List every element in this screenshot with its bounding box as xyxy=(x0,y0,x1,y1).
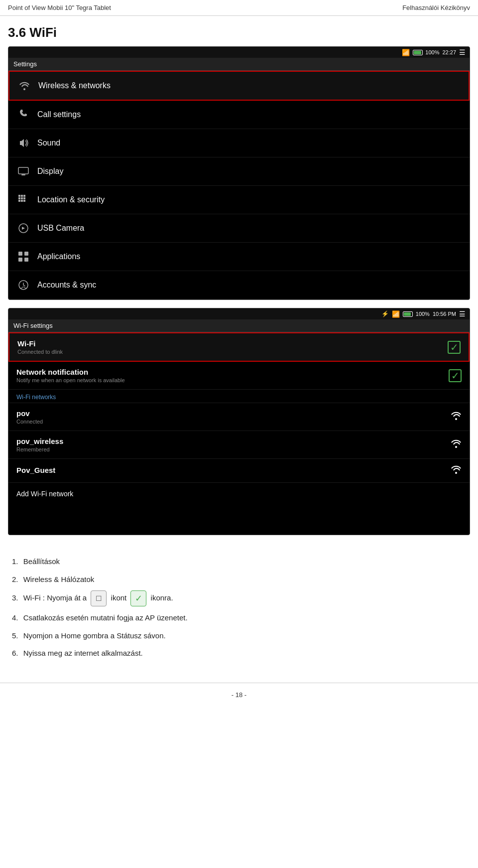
settings-item-accounts[interactable]: Accounts & sync xyxy=(8,271,470,299)
svg-rect-9 xyxy=(18,200,20,202)
settings-status-bar: 📶 100% 22:27 ☰ xyxy=(8,47,470,58)
wifi-item-notification[interactable]: Network notification Notify me when an o… xyxy=(8,362,470,390)
step3-before-icon: ☐ xyxy=(91,590,107,606)
notification-title: Network notification xyxy=(16,368,125,376)
settings-item-usb[interactable]: USB Camera xyxy=(8,214,470,243)
svg-rect-16 xyxy=(24,258,28,262)
wifi-network-pov-wireless[interactable]: pov_wireless Remembered xyxy=(8,431,470,459)
usb-icon xyxy=(16,221,30,235)
wifi-status-bar: ⚡ 📶 100% 10:56 PM ☰ xyxy=(8,308,470,319)
settings-signal-icon: 📶 xyxy=(402,49,410,56)
notification-checkmark: ✓ xyxy=(449,369,462,382)
settings-item-wireless[interactable]: Wireless & networks xyxy=(8,71,470,101)
svg-rect-11 xyxy=(23,200,25,202)
wifi-menu-icon: ☰ xyxy=(459,310,466,318)
location-icon xyxy=(16,193,30,207)
call-icon xyxy=(16,108,30,122)
settings-item-display[interactable]: Display xyxy=(8,157,470,186)
add-wifi-button[interactable]: Add Wi-Fi network xyxy=(8,483,470,505)
wifi-title-bar: Wi-Fi settings xyxy=(8,319,470,332)
section-title: 3.6 WiFi xyxy=(0,16,478,46)
wifi-battery-pct: 100% xyxy=(416,311,430,317)
wifi-bt-icon: ⚡ xyxy=(381,310,389,317)
svg-rect-14 xyxy=(24,252,28,256)
settings-time: 22:27 xyxy=(442,49,456,55)
svg-rect-4 xyxy=(21,195,23,197)
header-right: Felhasználói Kézikönyv xyxy=(402,4,470,11)
settings-menu-icon: ☰ xyxy=(459,48,466,56)
svg-rect-6 xyxy=(18,197,20,199)
step-1: 1. Beállítások xyxy=(12,555,466,568)
svg-rect-8 xyxy=(23,197,25,199)
settings-item-call[interactable]: Call settings xyxy=(8,101,470,129)
svg-rect-7 xyxy=(21,197,23,199)
wifi-time: 10:56 PM xyxy=(433,311,456,317)
pov-guest-signal-icon xyxy=(451,465,462,476)
step3-check-icon: ✓ xyxy=(130,590,146,606)
settings-screen: 📶 100% 22:27 ☰ Settings Wireless & netwo… xyxy=(8,46,470,300)
wifi-item-wifi[interactable]: Wi-Fi Connected to dlink ✓ xyxy=(8,332,470,362)
wifi-network-pov[interactable]: pov Connected xyxy=(8,403,470,431)
accounts-icon xyxy=(16,278,30,292)
page-header: Point of View Mobii 10" Tegra Tablet Fel… xyxy=(0,0,478,16)
pov-wireless-sub: Remembered xyxy=(16,446,63,452)
step-5: 5. Nyomjon a Home gombra a Státusz sávon… xyxy=(12,629,466,642)
wifi-signal-icon: 📶 xyxy=(392,310,400,318)
settings-item-sound[interactable]: Sound xyxy=(8,129,470,157)
wireless-label: Wireless & networks xyxy=(38,81,111,90)
pov-guest-name: Pov_Guest xyxy=(16,466,55,474)
wifi-network-pov-guest[interactable]: Pov_Guest xyxy=(8,459,470,483)
wifi-main-sub: Connected to dlink xyxy=(17,349,63,355)
call-label: Call settings xyxy=(37,110,81,119)
svg-rect-1 xyxy=(18,167,28,174)
settings-item-apps[interactable]: Applications xyxy=(8,243,470,271)
settings-item-location[interactable]: Location & security xyxy=(8,186,470,214)
wifi-screen: ⚡ 📶 100% 10:56 PM ☰ Wi-Fi settings Wi-Fi… xyxy=(8,308,470,535)
display-icon xyxy=(16,164,30,178)
step-3: 3. Wi-Fi : Nyomja át a ☐ ikont ✓ ikonra. xyxy=(12,590,466,606)
step-2: 2. Wireless & Hálózatok xyxy=(12,573,466,586)
pov-wireless-name: pov_wireless xyxy=(16,437,63,445)
svg-rect-10 xyxy=(21,200,23,202)
accounts-label: Accounts & sync xyxy=(37,281,96,289)
header-left: Point of View Mobii 10" Tegra Tablet xyxy=(8,4,111,11)
display-label: Display xyxy=(37,167,63,176)
svg-rect-2 xyxy=(21,174,25,175)
svg-rect-15 xyxy=(18,258,22,262)
pov-name: pov xyxy=(16,409,43,418)
pov-sub: Connected xyxy=(16,419,43,425)
apps-label: Applications xyxy=(37,252,80,261)
pov-wireless-signal-icon xyxy=(451,439,462,450)
step-4: 4. Csatlakozás esetén mutatni fogja az A… xyxy=(12,611,466,624)
wireless-icon xyxy=(17,79,31,93)
usb-label: USB Camera xyxy=(37,224,84,233)
settings-title-bar: Settings xyxy=(8,58,470,71)
wifi-screen-bottom xyxy=(8,505,470,535)
wifi-main-title: Wi-Fi xyxy=(17,339,63,348)
svg-rect-5 xyxy=(23,195,25,197)
step-6: 6. Nyissa meg az internet alkalmazást. xyxy=(12,647,466,660)
svg-rect-13 xyxy=(18,252,22,256)
page-footer: - 18 - xyxy=(0,683,478,707)
svg-rect-3 xyxy=(18,195,20,197)
wifi-networks-header: Wi-Fi networks xyxy=(8,390,470,403)
sound-label: Sound xyxy=(37,139,60,147)
svg-marker-0 xyxy=(20,139,24,147)
sound-icon xyxy=(16,136,30,150)
pov-signal-icon xyxy=(451,411,462,423)
body-content: 1. Beállítások 2. Wireless & Hálózatok 3… xyxy=(0,547,478,673)
location-label: Location & security xyxy=(37,195,105,204)
wifi-checkmark: ✓ xyxy=(448,341,461,354)
notification-sub: Notify me when an open network is availa… xyxy=(16,377,125,383)
apps-icon xyxy=(16,250,30,264)
settings-battery: 100% xyxy=(413,49,439,55)
